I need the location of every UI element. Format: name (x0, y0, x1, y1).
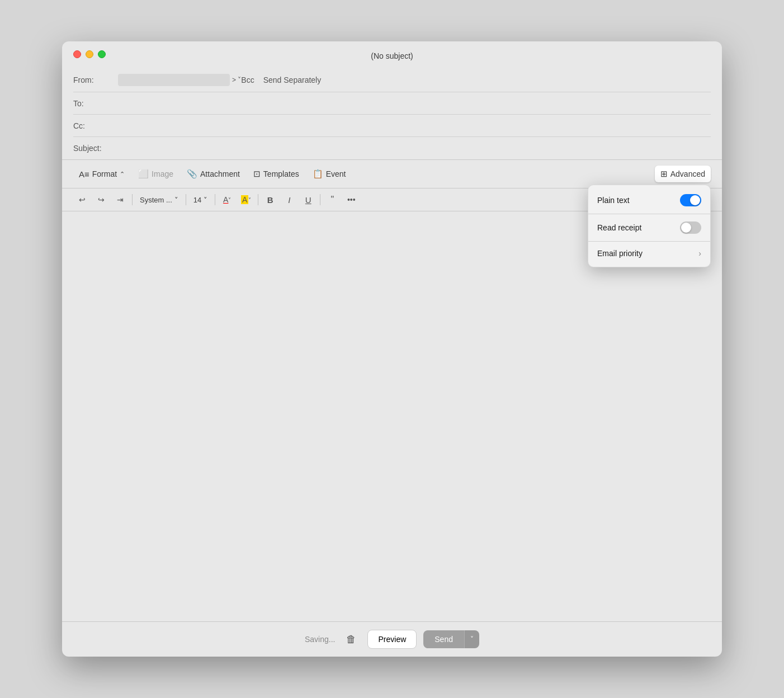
email-priority-chevron-icon: › (698, 249, 701, 258)
size-chevron-icon: ˅ (204, 196, 207, 204)
italic-button[interactable]: I (280, 192, 298, 207)
read-receipt-toggle[interactable] (680, 221, 701, 234)
font-selector[interactable]: System ... ˅ (135, 194, 183, 206)
indent-icon: ⇥ (117, 195, 124, 204)
send-separately-button[interactable]: Send Separately (263, 76, 322, 84)
trash-icon: 🗑 (346, 634, 356, 645)
templates-button[interactable]: ⊡ Templates (248, 166, 305, 182)
header-fields: From: > ˅ Bcc Send Separately To: Cc: Su… (62, 68, 722, 160)
undo-icon: ↩ (79, 195, 86, 204)
highlight-button[interactable]: A ˅ (237, 192, 255, 207)
text-color-button[interactable]: A ˅ (218, 192, 236, 207)
dropdown-divider-2 (588, 241, 710, 242)
send-button[interactable]: Send (423, 630, 464, 648)
advanced-icon: ⊞ (660, 169, 668, 179)
read-receipt-label: Read receipt (597, 223, 641, 232)
fmt-separator-4 (258, 194, 258, 205)
underline-button[interactable]: U (299, 192, 317, 207)
templates-icon: ⊡ (253, 169, 261, 179)
format-icon: A≡ (79, 169, 89, 179)
header-actions: Bcc Send Separately (241, 76, 321, 84)
from-chevron-icon[interactable]: > ˅ (232, 76, 241, 84)
title-bar: (No subject) (62, 41, 722, 68)
font-label: System ... (140, 196, 172, 204)
compose-window: (No subject) From: > ˅ Bcc Send Separate… (62, 41, 722, 657)
traffic-lights (73, 50, 106, 58)
minimize-button[interactable] (86, 50, 93, 58)
redo-button[interactable]: ↪ (92, 192, 110, 207)
size-label: 14 (193, 196, 201, 204)
trash-button[interactable]: 🗑 (342, 631, 361, 648)
send-dropdown-button[interactable]: ˅ (464, 630, 479, 648)
compose-body[interactable] (62, 211, 722, 621)
fmt-separator-1 (132, 194, 133, 205)
advanced-label: Advanced (670, 169, 705, 178)
plain-text-label: Plain text (597, 196, 630, 205)
image-label: Image (152, 169, 173, 178)
email-priority-item[interactable]: Email priority › (588, 243, 710, 264)
window-title: (No subject) (371, 51, 413, 60)
image-button[interactable]: ⬜ Image (133, 166, 179, 182)
more-format-icon: ••• (347, 195, 356, 204)
from-value-pill[interactable] (118, 74, 230, 86)
size-selector[interactable]: 14 ˅ (189, 194, 212, 206)
bold-button[interactable]: B (261, 192, 279, 207)
quote-icon: " (330, 195, 334, 205)
maximize-button[interactable] (98, 50, 106, 58)
bottom-center: Saving... 🗑 Preview Send ˅ (305, 630, 479, 649)
from-value-group: > ˅ (118, 74, 241, 86)
redo-icon: ↪ (98, 195, 105, 204)
event-button[interactable]: 📋 Event (307, 166, 352, 182)
close-button[interactable] (73, 50, 81, 58)
text-color-icon: A (223, 195, 228, 204)
underline-icon: U (305, 195, 311, 205)
to-label: To: (73, 99, 118, 108)
event-label: Event (326, 169, 346, 178)
attachment-label: Attachment (200, 169, 240, 178)
text-color-chevron-icon: ˅ (228, 197, 231, 203)
read-receipt-toggle-thumb (681, 223, 691, 233)
from-row: From: > ˅ Bcc Send Separately (73, 68, 711, 92)
highlight-icon: A (241, 195, 248, 204)
italic-icon: I (288, 195, 290, 205)
email-priority-label: Email priority (597, 249, 643, 258)
quote-button[interactable]: " (323, 192, 341, 207)
plain-text-toggle[interactable] (680, 194, 701, 206)
format-chevron-icon: ⌃ (120, 171, 125, 178)
preview-button[interactable]: Preview (367, 630, 417, 649)
image-icon: ⬜ (138, 169, 149, 179)
subject-label: Subject: (73, 144, 118, 153)
indent-button[interactable]: ⇥ (111, 192, 129, 207)
plain-text-toggle-thumb (690, 195, 700, 205)
templates-label: Templates (263, 169, 299, 178)
read-receipt-item[interactable]: Read receipt (588, 215, 710, 240)
undo-button[interactable]: ↩ (73, 192, 91, 207)
bcc-button[interactable]: Bcc (241, 76, 254, 84)
fmt-separator-5 (320, 194, 320, 205)
bottom-bar: Saving... 🗑 Preview Send ˅ (62, 621, 722, 657)
send-group: Send ˅ (423, 630, 479, 648)
highlight-chevron-icon: ˅ (248, 197, 251, 203)
event-icon: 📋 (313, 169, 323, 179)
advanced-dropdown: Plain text Read receipt Email priority › (588, 185, 711, 267)
main-toolbar: A≡ Format ⌃ ⬜ Image 📎 Attachment ⊡ Templ… (62, 160, 722, 188)
subject-row[interactable]: Subject: (73, 137, 711, 159)
attachment-button[interactable]: 📎 Attachment (181, 166, 245, 182)
cc-row[interactable]: Cc: (73, 115, 711, 137)
send-chevron-icon: ˅ (470, 635, 474, 643)
paperclip-icon: 📎 (187, 169, 197, 179)
from-label: From: (73, 76, 118, 84)
format-button[interactable]: A≡ Format ⌃ (73, 166, 130, 182)
bold-icon: B (267, 195, 273, 205)
to-row[interactable]: To: (73, 92, 711, 115)
plain-text-item[interactable]: Plain text (588, 188, 710, 213)
more-format-button[interactable]: ••• (342, 192, 360, 207)
font-chevron-icon: ˅ (174, 196, 178, 204)
dropdown-divider-1 (588, 214, 710, 214)
advanced-button[interactable]: ⊞ Advanced (655, 166, 711, 182)
cc-label: Cc: (73, 121, 118, 130)
fmt-separator-3 (215, 194, 215, 205)
saving-status: Saving... (305, 635, 335, 644)
fmt-separator-2 (186, 194, 186, 205)
format-label: Format (92, 169, 117, 178)
